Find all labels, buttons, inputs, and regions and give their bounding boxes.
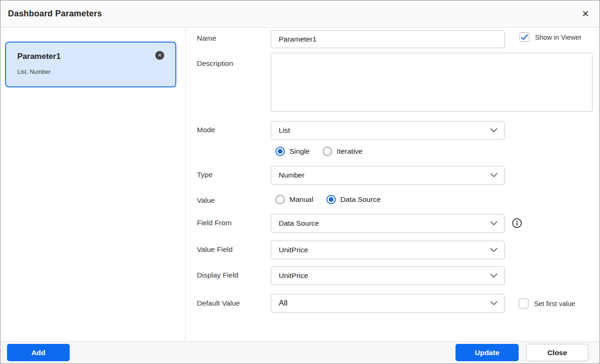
add-button[interactable]: Add [7,344,70,361]
chevron-down-icon [490,173,498,178]
field-from-dropdown[interactable]: Data Source [271,214,505,233]
chevron-down-icon [490,128,498,133]
value-radio-group: Manual Data Source [275,195,389,204]
parameter-summary: List, Number [17,69,166,75]
remove-parameter-icon[interactable]: ✕ [155,51,164,60]
chevron-down-icon [490,248,498,252]
set-first-value-field: Set first value [519,299,575,308]
type-label: Type [197,171,269,179]
display-field-value: UnitPrice [279,271,490,280]
show-in-viewer-label: Show in Viewer [535,34,582,41]
display-field-dropdown[interactable]: UnitPrice [271,266,505,285]
chevron-down-icon [490,221,498,226]
close-button[interactable]: Close [526,344,588,361]
update-button[interactable]: Update [455,344,519,361]
parameter-name: Parameter1 [17,52,166,61]
value-field-value: UnitPrice [279,246,490,254]
mode-radio-group: Single Iterative [275,147,371,156]
default-value-label: Default Value [197,299,269,307]
show-in-viewer-field: Show in Viewer [520,32,582,42]
check-icon [521,34,528,40]
data-source-radio[interactable] [326,195,336,204]
default-value-dropdown[interactable]: All [271,294,505,313]
value-field-label: Value Field [197,245,269,254]
dialog-title: Dashboard Parameters [8,9,102,19]
chevron-down-icon [490,301,498,306]
dialog-footer: Add Update Close [0,341,600,364]
name-input[interactable] [271,30,505,48]
set-first-value-label: Set first value [534,300,575,307]
field-from-value: Data Source [279,219,490,228]
mode-label: Mode [197,126,269,134]
value-label: Value [197,196,269,205]
dashboard-parameters-dialog: Dashboard Parameters ✕ Parameter1 List, … [0,0,600,364]
data-source-radio-label: Data Source [340,195,381,204]
description-input[interactable] [271,53,593,112]
mode-dropdown[interactable]: List [271,121,505,140]
iterative-radio[interactable] [323,147,332,156]
type-value: Number [279,171,490,179]
manual-radio-label: Manual [289,195,313,204]
manual-radio[interactable] [275,195,285,204]
single-radio[interactable] [275,147,285,156]
name-label: Name [197,34,269,43]
single-radio-label: Single [289,147,310,156]
close-icon[interactable]: ✕ [579,7,592,21]
description-label: Description [197,59,269,68]
mode-value: List [279,126,490,135]
iterative-radio-label: Iterative [337,147,362,156]
field-from-label: Field From [197,219,269,227]
chevron-down-icon [490,273,498,278]
parameter-form: Name Show in Viewer Description Mode Lis… [186,28,600,341]
set-first-value-checkbox[interactable] [519,299,528,308]
dialog-header: Dashboard Parameters ✕ [0,0,600,28]
type-dropdown[interactable]: Number [271,166,505,185]
show-in-viewer-checkbox[interactable] [520,32,529,42]
parameter-list-item[interactable]: Parameter1 List, Number ✕ [5,42,176,87]
display-field-label: Display Field [197,271,269,279]
info-icon[interactable] [512,218,522,230]
parameter-list-panel: Parameter1 List, Number ✕ [0,28,186,341]
default-value-value: All [279,299,490,308]
value-field-dropdown[interactable]: UnitPrice [271,241,505,259]
